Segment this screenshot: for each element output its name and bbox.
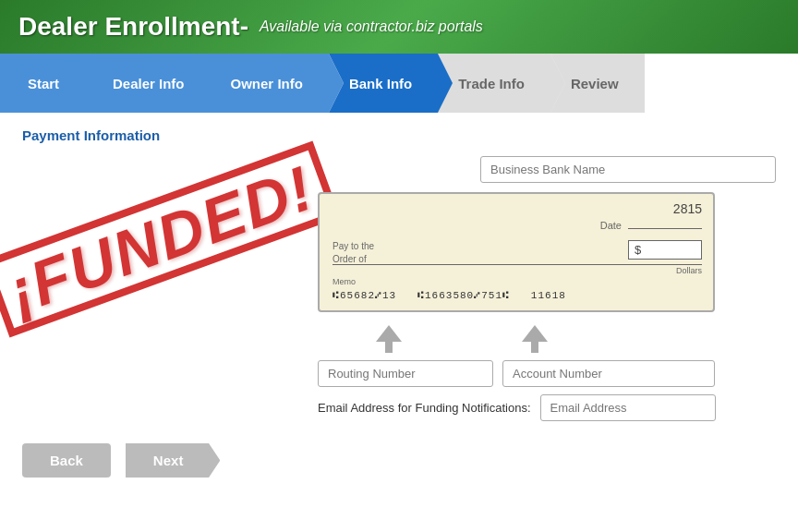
account-arrow [521,325,549,353]
routing-arrow [375,325,403,353]
breadcrumb: Start Dealer Info Owner Info Bank Info T… [0,54,798,113]
form-area: 2815 Date Pay to theOrder of $ Dollars M… [318,156,776,434]
main-layout: ¡FUNDED! 2815 Date Pay to theOrder of $ [22,156,776,434]
check-memo: Memo [332,277,356,286]
page-subtitle: Available via contractor.biz portals [260,18,483,35]
bank-name-row [318,156,776,183]
bank-name-input[interactable] [480,156,776,183]
routing-account-row [318,360,715,387]
funded-area: ¡FUNDED! [22,165,299,313]
email-row: Email Address for Funding Notifications: [318,394,715,421]
account-number-input[interactable] [502,360,715,387]
arrows-row [318,325,715,353]
routing-number-input[interactable] [318,360,493,387]
check-dollars: Dollars [676,266,702,275]
breadcrumb-dealer-info[interactable]: Dealer Info [92,54,211,113]
section-title: Payment Information [22,127,776,143]
header: Dealer Enrollment- Available via contrac… [0,0,798,54]
funded-stamp: ¡FUNDED! [41,165,281,313]
back-button[interactable]: Back [22,443,111,478]
page-title: Dealer Enrollment- [18,12,248,42]
check-amount-line [332,264,702,265]
breadcrumb-owner-info[interactable]: Owner Info [211,54,329,113]
main-content: Payment Information ¡FUNDED! 2815 Date P… [0,113,798,532]
email-input[interactable] [540,394,716,421]
check-pay-to: Pay to theOrder of [332,240,374,266]
breadcrumb-start[interactable]: Start [0,54,92,113]
funded-text: ¡FUNDED! [0,141,340,338]
next-button[interactable]: Next [126,443,221,478]
check-image: 2815 Date Pay to theOrder of $ Dollars M… [318,192,715,312]
breadcrumb-bank-info[interactable]: Bank Info [329,54,438,113]
email-label: Email Address for Funding Notifications: [318,401,531,415]
check-routing-line: ⑆65682⑇13 ⑆1663580⑇751⑆ 11618 [332,290,700,301]
check-date: Date [600,220,702,231]
buttons-row: Back Next [22,443,776,478]
check-amount: $ [628,240,702,260]
breadcrumb-trade-info[interactable]: Trade Info [438,54,550,113]
check-number: 2815 [673,201,702,216]
